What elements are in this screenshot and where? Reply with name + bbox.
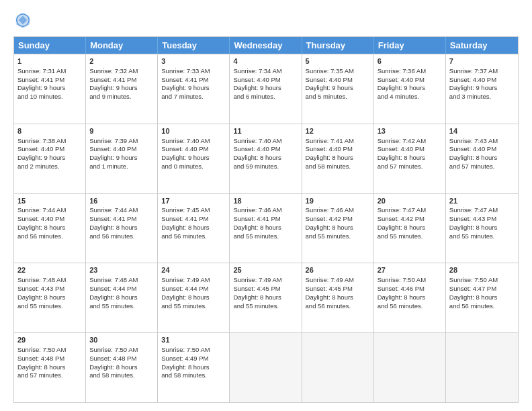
calendar-day-header: Sunday — [14, 37, 86, 54]
day-info-line: Sunset: 4:42 PM — [306, 215, 370, 224]
day-info-line: Sunset: 4:42 PM — [378, 215, 442, 224]
day-info-line: Sunset: 4:41 PM — [233, 215, 298, 224]
day-info-line: Daylight: 8 hours — [161, 224, 226, 232]
day-info-line: Daylight: 8 hours — [89, 224, 154, 232]
day-number: 29 — [17, 335, 82, 345]
calendar-cell: 21Sunrise: 7:47 AMSunset: 4:43 PMDayligh… — [446, 194, 518, 263]
day-info-line: Sunset: 4:40 PM — [161, 145, 226, 154]
calendar-day-header: Saturday — [446, 37, 518, 54]
calendar-cell: 30Sunrise: 7:50 AMSunset: 4:48 PMDayligh… — [86, 333, 158, 402]
calendar-cell — [230, 333, 302, 402]
day-info-line: Sunset: 4:41 PM — [161, 76, 226, 85]
logo-icon — [13, 11, 32, 30]
day-info-line: and 1 minute. — [89, 163, 154, 171]
day-info-line: and 55 minutes. — [89, 302, 154, 311]
day-info-line: and 10 minutes. — [17, 93, 82, 101]
calendar-row: 8Sunrise: 7:38 AMSunset: 4:40 PMDaylight… — [14, 124, 518, 193]
calendar-cell: 4Sunrise: 7:34 AMSunset: 4:40 PMDaylight… — [230, 54, 302, 124]
day-info-line: Sunset: 4:40 PM — [89, 145, 154, 154]
day-info-line: Daylight: 8 hours — [306, 293, 370, 302]
day-info-line: Daylight: 8 hours — [89, 293, 154, 302]
day-info-line: Sunrise: 7:45 AM — [161, 206, 226, 215]
day-info-line: and 5 minutes. — [306, 93, 370, 101]
calendar-cell: 24Sunrise: 7:49 AMSunset: 4:44 PMDayligh… — [158, 263, 230, 332]
day-info-line: Daylight: 8 hours — [17, 363, 82, 372]
calendar-cell: 28Sunrise: 7:50 AMSunset: 4:47 PMDayligh… — [446, 263, 518, 332]
day-number: 23 — [89, 265, 154, 275]
day-number: 24 — [161, 265, 226, 275]
day-number: 31 — [161, 335, 226, 345]
day-info-line: Daylight: 8 hours — [233, 224, 298, 232]
day-info-line: Daylight: 8 hours — [161, 293, 226, 302]
day-number: 21 — [449, 196, 515, 206]
day-number: 9 — [89, 126, 154, 136]
day-info-line: Sunrise: 7:39 AM — [89, 137, 154, 146]
day-info-line: Daylight: 9 hours — [17, 84, 82, 93]
calendar-cell: 23Sunrise: 7:48 AMSunset: 4:44 PMDayligh… — [86, 263, 158, 332]
day-info-line: and 59 minutes. — [233, 163, 298, 171]
day-info-line: Sunrise: 7:34 AM — [233, 67, 298, 76]
day-info-line: Sunset: 4:49 PM — [161, 355, 226, 363]
day-number: 3 — [161, 56, 226, 66]
day-info-line: Sunrise: 7:47 AM — [378, 206, 442, 215]
day-number: 19 — [306, 196, 370, 206]
calendar-day-header: Tuesday — [158, 37, 230, 54]
calendar-cell: 18Sunrise: 7:46 AMSunset: 4:41 PMDayligh… — [230, 194, 302, 263]
day-number: 16 — [89, 196, 154, 206]
calendar-cell: 20Sunrise: 7:47 AMSunset: 4:42 PMDayligh… — [374, 194, 446, 263]
day-info-line: and 56 minutes. — [161, 232, 226, 241]
day-info-line: Sunset: 4:45 PM — [306, 285, 370, 293]
calendar-cell — [374, 333, 446, 402]
day-number: 11 — [233, 126, 298, 136]
calendar-body: 1Sunrise: 7:31 AMSunset: 4:41 PMDaylight… — [14, 54, 518, 402]
day-info-line: Daylight: 8 hours — [306, 154, 370, 163]
day-info-line: and 57 minutes. — [17, 371, 82, 380]
day-number: 4 — [233, 56, 298, 66]
calendar-cell: 1Sunrise: 7:31 AMSunset: 4:41 PMDaylight… — [14, 54, 86, 124]
calendar-cell: 25Sunrise: 7:49 AMSunset: 4:45 PMDayligh… — [230, 263, 302, 332]
day-info-line: Daylight: 8 hours — [378, 293, 442, 302]
day-info-line: Sunrise: 7:47 AM — [449, 206, 515, 215]
day-info-line: Sunrise: 7:50 AM — [89, 346, 154, 355]
day-info-line: Sunrise: 7:49 AM — [161, 276, 226, 285]
day-info-line: Sunset: 4:43 PM — [17, 285, 82, 293]
calendar-cell — [302, 333, 374, 402]
day-info-line: Sunset: 4:40 PM — [378, 145, 442, 154]
day-info-line: Sunset: 4:40 PM — [449, 76, 515, 85]
day-number: 25 — [233, 265, 298, 275]
calendar-cell: 5Sunrise: 7:35 AMSunset: 4:40 PMDaylight… — [302, 54, 374, 124]
day-info-line: and 4 minutes. — [378, 93, 442, 101]
day-info-line: Sunrise: 7:50 AM — [449, 276, 515, 285]
calendar-cell: 7Sunrise: 7:37 AMSunset: 4:40 PMDaylight… — [446, 54, 518, 124]
day-number: 1 — [17, 56, 82, 66]
day-number: 17 — [161, 196, 226, 206]
calendar-cell: 15Sunrise: 7:44 AMSunset: 4:40 PMDayligh… — [14, 194, 86, 263]
calendar-row: 22Sunrise: 7:48 AMSunset: 4:43 PMDayligh… — [14, 263, 518, 332]
calendar-cell: 19Sunrise: 7:46 AMSunset: 4:42 PMDayligh… — [302, 194, 374, 263]
day-info-line: and 56 minutes. — [89, 232, 154, 241]
day-number: 18 — [233, 196, 298, 206]
day-info-line: Sunset: 4:41 PM — [89, 76, 154, 85]
day-info-line: Daylight: 8 hours — [449, 154, 515, 163]
day-number: 30 — [89, 335, 154, 345]
day-info-line: Sunrise: 7:33 AM — [161, 67, 226, 76]
calendar-cell: 10Sunrise: 7:40 AMSunset: 4:40 PMDayligh… — [158, 124, 230, 193]
day-info-line: Daylight: 9 hours — [306, 84, 370, 93]
day-info-line: Sunrise: 7:50 AM — [17, 346, 82, 355]
calendar-day-header: Wednesday — [230, 37, 302, 54]
day-info-line: Sunset: 4:48 PM — [89, 355, 154, 363]
day-info-line: and 9 minutes. — [89, 93, 154, 101]
calendar-cell: 22Sunrise: 7:48 AMSunset: 4:43 PMDayligh… — [14, 263, 86, 332]
day-info-line: and 56 minutes. — [378, 302, 442, 311]
day-info-line: Sunrise: 7:50 AM — [378, 276, 442, 285]
calendar-header: SundayMondayTuesdayWednesdayThursdayFrid… — [14, 37, 518, 54]
day-info-line: and 0 minutes. — [161, 163, 226, 171]
day-info-line: Sunset: 4:44 PM — [89, 285, 154, 293]
calendar-cell: 12Sunrise: 7:41 AMSunset: 4:40 PMDayligh… — [302, 124, 374, 193]
day-info-line: Daylight: 9 hours — [161, 84, 226, 93]
day-number: 8 — [17, 126, 82, 136]
day-info-line: Daylight: 9 hours — [17, 154, 82, 163]
day-info-line: and 55 minutes. — [17, 302, 82, 311]
day-info-line: and 6 minutes. — [233, 93, 298, 101]
calendar-cell: 2Sunrise: 7:32 AMSunset: 4:41 PMDaylight… — [86, 54, 158, 124]
